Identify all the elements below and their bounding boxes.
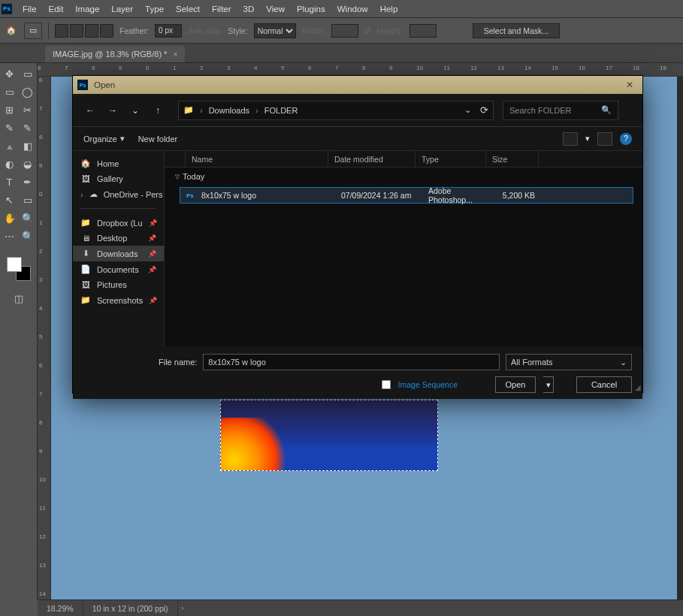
- foreground-color-swatch[interactable]: [7, 257, 22, 272]
- breadcrumb-downloads[interactable]: Downloads: [209, 106, 249, 115]
- sidebar-pictures[interactable]: 🖼Pictures: [73, 277, 164, 292]
- tab-close-icon[interactable]: ×: [173, 50, 177, 59]
- menu-file[interactable]: File: [17, 5, 43, 14]
- open-split-button[interactable]: ▾: [543, 376, 554, 393]
- vertical-ruler: 67890123456789101112131415161718: [38, 77, 51, 599]
- menu-window[interactable]: Window: [331, 5, 374, 14]
- dialog-nav-bar: ← → ⌄ ↑ 📁 › Downloads › FOLDER ⌄ ⟳ Searc…: [73, 94, 642, 127]
- selection-intersect-icon[interactable]: [100, 24, 113, 38]
- menu-select[interactable]: Select: [170, 5, 206, 14]
- menu-filter[interactable]: Filter: [206, 5, 237, 14]
- cloud-icon: ☁: [89, 189, 98, 199]
- menu-view[interactable]: View: [260, 5, 291, 14]
- sidebar-documents[interactable]: 📄Documents📌: [73, 261, 164, 277]
- artboard-tool[interactable]: ▭: [20, 65, 36, 82]
- col-date[interactable]: Date modified: [328, 151, 416, 167]
- dialog-titlebar[interactable]: Ps Open ✕: [73, 76, 642, 94]
- col-name[interactable]: Name: [186, 151, 328, 167]
- sidebar-downloads[interactable]: ⬇Downloads📌: [73, 246, 164, 261]
- address-bar[interactable]: 📁 › Downloads › FOLDER ⌄ ⟳: [178, 101, 494, 120]
- preview-pane-button[interactable]: [597, 132, 612, 146]
- sidebar-onedrive[interactable]: ›☁OneDrive - Pers: [73, 186, 164, 202]
- eyedropper-tool[interactable]: ✎: [2, 119, 18, 136]
- zoom-level[interactable]: 18.29%: [38, 600, 83, 616]
- nav-recent-button[interactable]: ⌄: [128, 105, 142, 116]
- path-tool[interactable]: ↖: [2, 192, 18, 208]
- marquee-tool-indicator[interactable]: ▭: [24, 23, 42, 39]
- breadcrumb-folder[interactable]: FOLDER: [264, 106, 298, 115]
- resize-grip-icon[interactable]: ◢: [635, 383, 641, 391]
- home-icon[interactable]: 🏠: [5, 25, 18, 37]
- selection-new-icon[interactable]: [55, 24, 68, 38]
- date-group-today[interactable]: ▽ Today: [165, 168, 642, 186]
- menu-plugins[interactable]: Plugins: [291, 5, 331, 14]
- open-button[interactable]: Open: [495, 376, 536, 393]
- blur-tool[interactable]: ◒: [20, 156, 36, 172]
- nav-forward-button[interactable]: →: [106, 105, 119, 116]
- ps-logo-icon: Ps: [2, 4, 12, 14]
- dialog-bottom: File name: All Formats⌄ Image Sequence O…: [73, 346, 642, 399]
- help-button[interactable]: ?: [620, 133, 632, 145]
- folder-icon: 📁: [80, 218, 91, 228]
- color-swatch[interactable]: [7, 257, 31, 281]
- lasso-tool[interactable]: ◯: [20, 83, 36, 100]
- address-chevron-icon[interactable]: ⌄: [464, 105, 471, 115]
- filename-input[interactable]: [203, 354, 500, 370]
- format-select[interactable]: All Formats⌄: [506, 354, 632, 370]
- crop-tool[interactable]: ✂: [20, 101, 36, 118]
- organize-button[interactable]: Organize▾: [83, 134, 125, 143]
- new-folder-button[interactable]: New folder: [138, 134, 178, 143]
- pen-tool[interactable]: ✒: [20, 174, 36, 190]
- selection-add-icon[interactable]: [70, 24, 83, 38]
- col-size[interactable]: Size: [486, 151, 539, 167]
- wand-tool[interactable]: ⊞: [2, 101, 18, 118]
- style-select[interactable]: Normal: [254, 23, 296, 38]
- dialog-close-button[interactable]: ✕: [621, 78, 638, 92]
- search-input[interactable]: Search FOLDER 🔍: [503, 101, 618, 120]
- refresh-button[interactable]: ⟳: [480, 104, 488, 116]
- move-tool[interactable]: ✥: [2, 65, 18, 82]
- menu-edit[interactable]: Edit: [43, 5, 70, 14]
- extra-tool[interactable]: ⋯: [2, 228, 18, 244]
- height-label: Height:: [377, 26, 403, 35]
- view-mode-button[interactable]: [563, 132, 578, 146]
- file-row[interactable]: Ps 8x10x75 w logo 07/09/2024 1:26 am Ado…: [180, 187, 633, 204]
- quickmask-icon[interactable]: ◫: [11, 290, 27, 306]
- sidebar-home[interactable]: 🏠Home: [73, 156, 164, 171]
- sidebar-screenshots[interactable]: 📁Screenshots📌: [73, 292, 164, 308]
- clone-tool[interactable]: ⟁: [2, 137, 18, 154]
- sidebar-desktop[interactable]: 🖥Desktop📌: [73, 231, 164, 246]
- type-tool[interactable]: T: [2, 174, 18, 190]
- sidebar-dropbox[interactable]: 📁Dropbox (Lu📌: [73, 215, 164, 231]
- cancel-button[interactable]: Cancel: [576, 376, 632, 393]
- nav-up-button[interactable]: ↑: [151, 105, 165, 116]
- image-sequence-checkbox[interactable]: [382, 380, 391, 389]
- hand-tool[interactable]: ✋: [2, 210, 18, 226]
- status-chevron-icon[interactable]: >: [178, 605, 188, 611]
- brush-tool[interactable]: ✎: [20, 119, 36, 136]
- gradient-tool[interactable]: ◐: [2, 156, 18, 172]
- nav-back-button[interactable]: ←: [83, 105, 97, 116]
- view-chevron-icon[interactable]: ▾: [585, 134, 590, 143]
- toolbox: ✥▭ ▭◯ ⊞✂ ✎✎ ⟁◧ ◐◒ T✒ ↖▭ ✋🔍 ⋯🔍 ◫: [0, 63, 38, 599]
- search-tool[interactable]: 🔍: [20, 228, 36, 244]
- document-info[interactable]: 10 in x 12 in (200 ppi): [83, 600, 178, 616]
- shape-tool[interactable]: ▭: [20, 192, 36, 208]
- right-panel-collapsed[interactable]: [677, 77, 683, 599]
- select-and-mask-button[interactable]: Select and Mask...: [473, 23, 560, 38]
- selection-subtract-icon[interactable]: [85, 24, 98, 38]
- col-type[interactable]: Type: [416, 151, 486, 167]
- eraser-tool[interactable]: ◧: [20, 137, 36, 154]
- feather-input[interactable]: [155, 24, 182, 38]
- menu-help[interactable]: Help: [374, 5, 404, 14]
- marquee-tool[interactable]: ▭: [2, 83, 18, 100]
- zoom-tool[interactable]: 🔍: [20, 210, 36, 226]
- dialog-sidebar: 🏠Home 🖼Gallery ›☁OneDrive - Pers 📁Dropbo…: [73, 151, 165, 346]
- document-tab[interactable]: IMAGE.jpg @ 18.3% (RGB/8) * ×: [45, 46, 185, 62]
- sidebar-gallery[interactable]: 🖼Gallery: [73, 171, 164, 186]
- menu-image[interactable]: Image: [69, 5, 105, 14]
- menu-3d[interactable]: 3D: [237, 5, 261, 14]
- menu-type[interactable]: Type: [139, 5, 170, 14]
- pin-icon: 📌: [148, 250, 156, 258]
- menu-layer[interactable]: Layer: [105, 5, 139, 14]
